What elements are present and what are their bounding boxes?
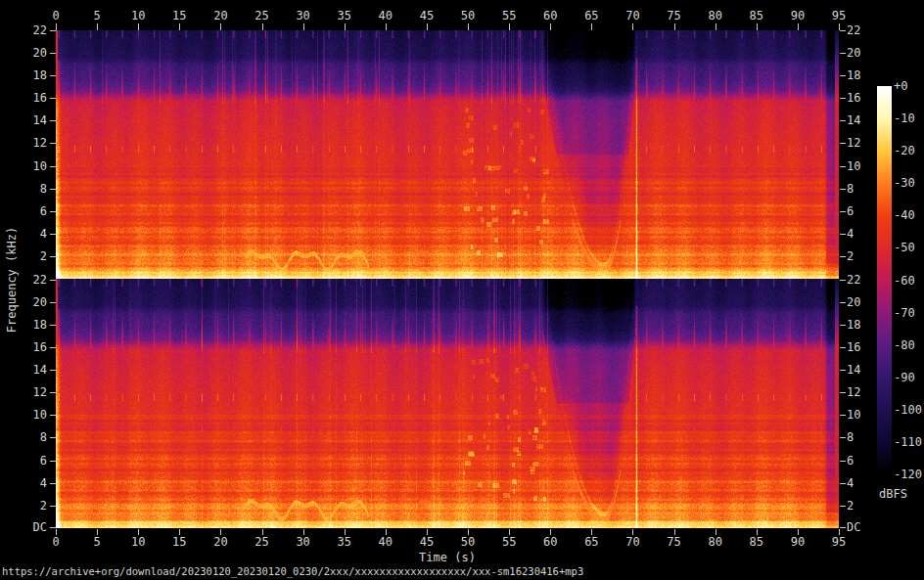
time-tick-mark-top xyxy=(56,23,57,30)
level-tick-label: -110 xyxy=(894,436,922,449)
frequency-axis-title: Frequency (kHz) xyxy=(5,227,19,333)
freq-tick-mark-right xyxy=(840,302,846,303)
freq-tick-mark-right xyxy=(840,325,846,326)
freq-tick-mark-right xyxy=(840,483,846,484)
freq-tick-mark-left xyxy=(50,280,56,281)
time-tick-label-bottom: 5 xyxy=(93,536,100,549)
freq-tick-label-right: 22 xyxy=(847,274,860,287)
level-tick-label: -120 xyxy=(894,468,922,481)
freq-tick-mark-left xyxy=(50,166,56,167)
time-tick-mark-top xyxy=(798,23,799,30)
freq-tick-label-left: 16 xyxy=(18,341,47,354)
time-tick-mark-top xyxy=(303,23,304,30)
freq-tick-mark-left xyxy=(50,120,56,121)
time-tick-label-bottom: 45 xyxy=(420,536,434,549)
time-tick-mark-top xyxy=(345,23,346,30)
freq-tick-label-left: 20 xyxy=(18,296,47,309)
time-tick-mark-top xyxy=(138,23,139,30)
freq-tick-mark-right xyxy=(840,189,846,190)
time-tick-mark-top xyxy=(674,23,675,30)
time-tick-label-top: 35 xyxy=(338,10,351,22)
freq-tick-mark-left xyxy=(50,53,56,54)
time-tick-mark-top xyxy=(839,23,840,30)
freq-tick-mark-right xyxy=(840,234,846,235)
source-url: https://archive+org/download/20230120_20… xyxy=(2,565,583,577)
freq-tick-label-right: 16 xyxy=(847,341,860,354)
freq-tick-label-left: 14 xyxy=(18,114,47,127)
freq-tick-label-right: 22 xyxy=(847,24,860,37)
freq-tick-mark-right xyxy=(840,211,846,212)
time-tick-mark-top xyxy=(550,23,551,30)
freq-tick-label-right: 18 xyxy=(847,319,860,332)
freq-tick-mark-right xyxy=(840,30,846,31)
time-tick-mark-top xyxy=(427,23,428,30)
freq-tick-mark-left xyxy=(50,98,56,99)
time-tick-label-bottom: 40 xyxy=(379,536,393,549)
level-tick-label: -90 xyxy=(894,372,915,384)
level-tick-label: -70 xyxy=(894,307,915,320)
freq-tick-mark-right xyxy=(840,143,846,144)
freq-tick-mark-left xyxy=(50,189,56,190)
freq-tick-label-right: 12 xyxy=(847,137,860,150)
time-tick-label-bottom: 10 xyxy=(131,536,145,549)
time-tick-label-top: 10 xyxy=(131,10,145,22)
time-tick-label-top: 55 xyxy=(502,10,516,22)
freq-tick-mark-left xyxy=(50,370,56,371)
time-tick-label-top: 95 xyxy=(832,10,846,22)
freq-tick-label-right: 2 xyxy=(847,500,854,513)
freq-tick-label-left: 12 xyxy=(18,386,47,399)
freq-tick-mark-left xyxy=(50,347,56,348)
freq-tick-label-right: 14 xyxy=(847,114,860,127)
freq-tick-mark-right xyxy=(840,392,846,393)
freq-tick-mark-left xyxy=(50,143,56,144)
time-tick-label-bottom: 20 xyxy=(213,536,227,549)
time-tick-label-bottom: 0 xyxy=(52,536,59,549)
freq-tick-label-left: 8 xyxy=(18,431,47,444)
freq-tick-label-left: 18 xyxy=(18,69,47,82)
freq-tick-label-right: 4 xyxy=(847,228,854,241)
time-tick-label-top: 45 xyxy=(420,10,434,22)
freq-tick-label-left: 6 xyxy=(18,205,47,218)
time-tick-label-top: 90 xyxy=(791,10,805,22)
time-tick-label-top: 75 xyxy=(667,10,680,22)
time-tick-mark-top xyxy=(757,23,758,30)
time-tick-label-bottom: 70 xyxy=(625,536,639,549)
time-tick-mark-top xyxy=(468,23,469,30)
time-tick-label-bottom: 55 xyxy=(502,536,516,549)
freq-dc-label-right: DC xyxy=(847,521,860,534)
freq-tick-mark-right xyxy=(840,256,846,257)
freq-tick-label-left: 12 xyxy=(18,137,47,150)
dbfs-unit-label: dBFS xyxy=(879,487,907,501)
freq-tick-label-left: 8 xyxy=(18,183,47,196)
time-tick-label-bottom: 30 xyxy=(296,536,309,549)
time-tick-label-bottom: 85 xyxy=(750,536,763,549)
level-tick-label: -100 xyxy=(894,404,922,417)
freq-tick-mark-left xyxy=(50,415,56,416)
freq-dc-tick-right xyxy=(840,527,846,528)
freq-tick-label-right: 6 xyxy=(847,205,854,218)
freq-tick-mark-left xyxy=(50,461,56,462)
spectrogram-screenshot: Frequency (kHz) Time (s) dBFS https://ar… xyxy=(0,0,924,580)
time-tick-label-top: 60 xyxy=(543,10,557,22)
time-tick-label-top: 0 xyxy=(52,10,59,22)
level-tick-label: +0 xyxy=(894,80,907,93)
time-tick-label-bottom: 80 xyxy=(708,536,721,549)
freq-tick-mark-right xyxy=(840,437,846,438)
freq-tick-label-right: 8 xyxy=(847,183,854,196)
freq-tick-label-right: 6 xyxy=(847,455,854,468)
time-tick-mark-top xyxy=(220,23,221,30)
freq-tick-label-right: 18 xyxy=(847,69,860,82)
freq-tick-label-left: 2 xyxy=(18,250,47,263)
freq-tick-label-left: 14 xyxy=(18,364,47,377)
time-tick-mark-top xyxy=(179,23,180,30)
freq-tick-label-left: 16 xyxy=(18,92,47,105)
freq-tick-mark-right xyxy=(840,415,846,416)
level-tick-label: -50 xyxy=(894,242,915,254)
time-tick-mark-top xyxy=(262,23,263,30)
freq-tick-label-right: 20 xyxy=(847,296,860,309)
time-tick-label-bottom: 25 xyxy=(254,536,268,549)
level-tick-label: -30 xyxy=(894,177,915,190)
freq-tick-mark-right xyxy=(840,280,846,281)
freq-tick-mark-left xyxy=(50,392,56,393)
freq-tick-label-right: 12 xyxy=(847,386,860,399)
